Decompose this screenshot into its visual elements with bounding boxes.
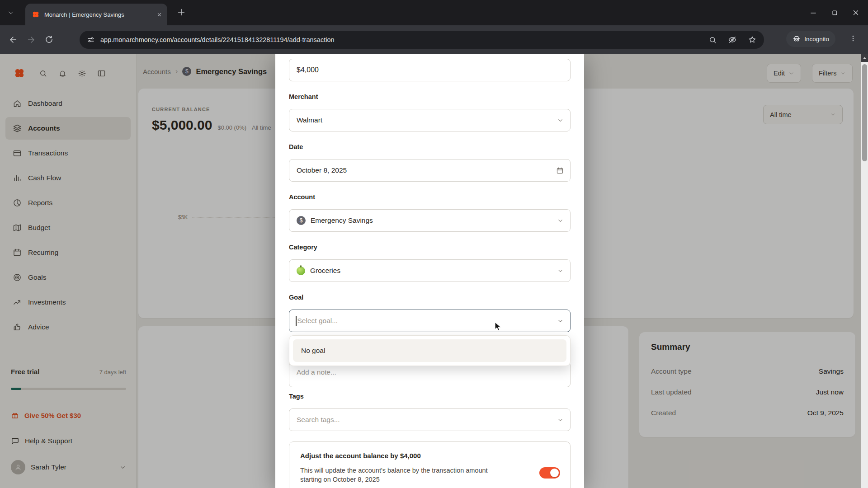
category-value: Groceries [310, 267, 340, 275]
merchant-select[interactable]: Walmart [289, 109, 571, 131]
scrollbar-thumb[interactable] [862, 64, 867, 161]
browser-tab[interactable]: Monarch | Emergency Savings [25, 4, 167, 25]
reload-button[interactable] [44, 35, 54, 44]
incognito-label: Incognito [804, 36, 829, 42]
page-scrollbar[interactable] [861, 54, 868, 488]
account-select[interactable]: $ Emergency Savings [289, 209, 571, 232]
chevron-down-icon [557, 318, 564, 324]
chevron-down-icon [557, 217, 564, 224]
browser-toolbar: app.monarchmoney.com/accounts/details/22… [0, 25, 868, 54]
password-eye-off-icon[interactable] [728, 35, 737, 44]
incognito-icon [793, 35, 801, 43]
account-value: Emergency Savings [311, 216, 373, 225]
tab-title: Monarch | Emergency Savings [44, 11, 151, 18]
url-text: app.monarchmoney.com/accounts/details/22… [100, 36, 708, 43]
site-settings-icon[interactable] [87, 36, 95, 44]
goal-option-label: No goal [301, 347, 325, 355]
add-transaction-modal: $4,000 Merchant Walmart Date October 8, … [275, 54, 584, 488]
text-caret [296, 316, 297, 326]
browser-menu-button[interactable] [849, 34, 857, 42]
back-button[interactable] [8, 35, 18, 45]
amount-input[interactable]: $4,000 [289, 59, 571, 81]
window-maximize-button[interactable] [831, 9, 838, 16]
date-label: Date [289, 143, 571, 151]
incognito-badge: Incognito [786, 31, 835, 47]
window-close-button[interactable] [852, 9, 860, 17]
chevron-down-icon [557, 417, 564, 423]
tab-search-button[interactable] [5, 6, 17, 19]
goal-option-no-goal[interactable]: No goal [293, 339, 566, 362]
new-tab-button[interactable] [176, 7, 186, 17]
merchant-label: Merchant [289, 93, 571, 101]
address-bar[interactable]: app.monarchmoney.com/accounts/details/22… [80, 31, 764, 49]
date-value: October 8, 2025 [297, 166, 347, 174]
goal-dropdown-menu: No goal [289, 335, 571, 366]
tags-label: Tags [289, 393, 571, 401]
goal-select-input[interactable]: Select goal... [289, 310, 571, 332]
browser-tab-strip: Monarch | Emergency Savings [0, 0, 868, 25]
date-input[interactable]: October 8, 2025 [289, 159, 571, 182]
plus-icon [176, 7, 186, 17]
category-label: Category [289, 244, 571, 252]
account-label: Account [289, 193, 571, 202]
calendar-icon[interactable] [556, 167, 564, 174]
scrollbar-up-arrow[interactable] [861, 54, 868, 62]
forward-button[interactable] [26, 35, 36, 45]
tab-close-button[interactable] [156, 11, 163, 18]
goal-placeholder: Select goal... [297, 317, 338, 325]
mouse-cursor [494, 322, 503, 332]
adjust-balance-title: Adjust the account balance by $4,000 [300, 452, 559, 460]
groceries-category-icon [297, 267, 305, 275]
close-icon [156, 11, 163, 18]
category-select[interactable]: Groceries [289, 259, 571, 282]
merchant-value: Walmart [297, 116, 322, 124]
account-dollar-icon: $ [297, 216, 306, 225]
chevron-down-icon [557, 267, 564, 274]
goal-label: Goal [289, 294, 571, 302]
notes-placeholder: Add a note... [297, 368, 336, 376]
amount-value: $4,000 [297, 66, 319, 74]
adjust-balance-section: Adjust the account balance by $4,000 Thi… [289, 441, 571, 488]
chevron-down-icon [8, 9, 14, 16]
monarch-favicon [32, 10, 40, 19]
chevron-down-icon [557, 117, 564, 124]
window-minimize-button[interactable] [809, 9, 817, 17]
adjust-balance-description: This will update the account's balance b… [300, 466, 499, 484]
zoom-icon[interactable] [708, 36, 717, 44]
adjust-balance-toggle[interactable] [539, 467, 560, 479]
bookmark-star-icon[interactable] [748, 35, 757, 44]
tags-select[interactable]: Search tags... [289, 408, 571, 431]
tags-placeholder: Search tags... [297, 416, 340, 424]
